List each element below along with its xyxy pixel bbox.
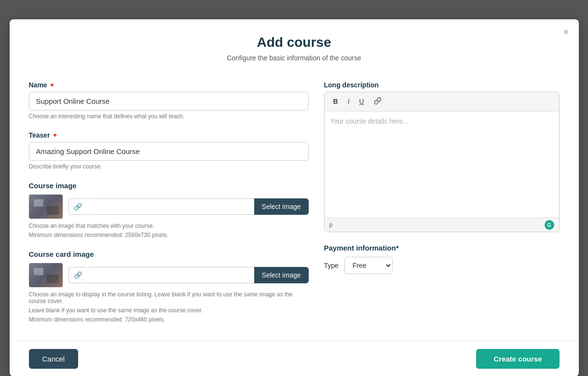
course-card-image-url-row: 🔗 Select image	[68, 267, 309, 283]
course-image-group: Course image 🔗 Select image Choose an im…	[29, 181, 309, 238]
course-card-image-select-button[interactable]: Select image	[254, 267, 309, 283]
name-required-indicator	[51, 84, 54, 86]
toolbar-bold-button[interactable]: B	[329, 96, 342, 107]
teaser-hint: Describe briefly your course.	[29, 163, 309, 170]
editor-toolbar: B I U	[325, 92, 559, 111]
course-image-preview	[29, 195, 63, 219]
payment-row: Type Free Paid	[324, 257, 560, 274]
course-image-select-button[interactable]: Select image	[254, 198, 309, 215]
modal-footer: Cancel Create course	[10, 341, 579, 376]
name-input[interactable]	[29, 92, 309, 111]
toolbar-underline-button[interactable]: U	[356, 96, 368, 107]
cancel-button[interactable]: Cancel	[29, 349, 79, 369]
course-image-link-icon: 🔗	[74, 203, 82, 210]
create-course-button[interactable]: Create course	[476, 349, 559, 369]
payment-group: Payment information* Type Free Paid	[324, 244, 560, 274]
long-description-content[interactable]: Your course details here...	[325, 111, 559, 218]
name-label: Name	[29, 81, 309, 89]
long-description-group: Long description B I U Your course detai…	[324, 81, 560, 232]
grammarly-icon: G	[545, 220, 554, 230]
long-description-editor: B I U Your course details here... p	[324, 92, 560, 232]
editor-footer: p G	[325, 218, 559, 232]
modal-overlay: × Add course Configure the basic informa…	[10, 10, 579, 376]
course-card-image-hint1: Choose an image to display in the course…	[29, 291, 309, 305]
modal-body: Name Choose an interesting name that def…	[10, 70, 579, 334]
course-card-image-group: Course card image 🔗 Select image Choose …	[29, 250, 309, 323]
long-description-placeholder: Your course details here...	[330, 117, 409, 125]
name-group: Name Choose an interesting name that def…	[29, 81, 309, 120]
toolbar-italic-button[interactable]: I	[344, 96, 354, 107]
course-card-image-hint2: Leave blank if you want to use the same …	[29, 307, 309, 314]
left-column: Name Choose an interesting name that def…	[29, 81, 309, 334]
course-image-hint2: Minimum dimensions recommended: 2560x730…	[29, 232, 309, 238]
course-card-image-upload-row: 🔗 Select image	[29, 263, 309, 287]
course-card-image-link-icon: 🔗	[74, 271, 82, 279]
payment-required-star: *	[396, 244, 399, 252]
course-card-image-hint3: Minimum dimensions recommended: 720x460 …	[29, 316, 309, 323]
teaser-input[interactable]	[29, 142, 309, 161]
teaser-label: Teaser	[29, 131, 309, 139]
name-hint: Choose an interesting name that defines …	[29, 113, 309, 120]
toolbar-link-button[interactable]	[370, 95, 385, 108]
close-button[interactable]: ×	[563, 27, 569, 37]
course-image-url-input[interactable]	[87, 198, 254, 215]
teaser-required-indicator	[54, 134, 56, 137]
long-description-label: Long description	[324, 81, 560, 89]
course-image-title: Course image	[29, 181, 309, 190]
course-image-url-row: 🔗 Select image	[68, 198, 309, 215]
add-course-modal: × Add course Configure the basic informa…	[10, 19, 579, 376]
payment-title: Payment information*	[324, 244, 560, 252]
teaser-group: Teaser Describe briefly your course.	[29, 131, 309, 170]
payment-type-label: Type	[324, 262, 339, 269]
modal-title: Add course	[29, 35, 560, 50]
right-column: Long description B I U Your course detai…	[324, 81, 560, 334]
course-card-image-title: Course card image	[29, 250, 309, 258]
course-image-hint1: Choose an image that matches with your c…	[29, 223, 309, 229]
editor-footer-tag: p	[329, 222, 333, 228]
modal-subtitle: Configure the basic information of the c…	[29, 54, 560, 62]
payment-type-select[interactable]: Free Paid	[344, 257, 393, 274]
course-card-image-preview	[29, 263, 63, 287]
modal-header: Add course Configure the basic informati…	[10, 19, 579, 70]
course-card-image-url-input[interactable]	[87, 267, 254, 283]
course-image-upload-row: 🔗 Select image	[29, 195, 309, 219]
